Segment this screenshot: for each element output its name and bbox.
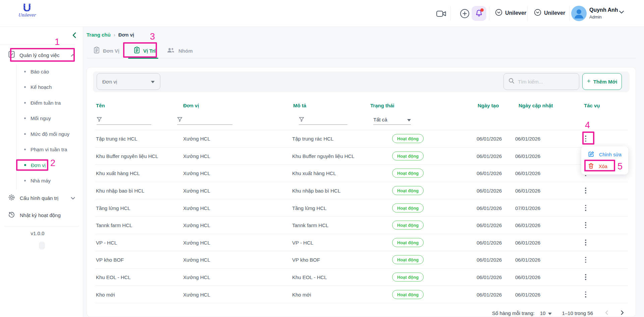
person-icon xyxy=(571,16,587,21)
add-new-button-label: Thêm Mới xyxy=(593,79,618,85)
sidebar-subitem-2[interactable]: Kế hoạch xyxy=(0,80,83,95)
sidebar-subitem-5[interactable]: Mức độ mối nguy xyxy=(0,126,83,142)
previous-page-button[interactable] xyxy=(602,309,612,317)
status-badge: Hoạt động xyxy=(392,273,424,282)
filter-input-ten[interactable] xyxy=(97,117,151,125)
org-selector-1[interactable]: Unilever xyxy=(495,9,526,17)
cell-name: Tannk farm HCL xyxy=(96,222,132,228)
row-actions-kebab-button[interactable] xyxy=(581,134,590,144)
add-new-button[interactable]: + Thêm Mới xyxy=(582,73,622,90)
cell-created: 06/01/2026 xyxy=(477,222,502,228)
sidebar-subitem-1[interactable]: Báo cáo xyxy=(0,64,83,80)
cell-created: 06/01/2026 xyxy=(477,257,502,263)
cell-unit: Xưởng HCL xyxy=(183,136,210,142)
unit-filter-dropdown[interactable]: Đơn vị xyxy=(97,73,160,90)
row-actions-kebab-button[interactable] xyxy=(581,220,590,230)
sidebar-group-work-management[interactable]: Quản lý công việc xyxy=(8,48,75,62)
app-root: U Unilever Unilever Unilever Quynh Anh A… xyxy=(0,0,644,317)
tab-don-vi[interactable]: Đơn Vị xyxy=(93,43,119,58)
cell-description: VP kho BOF xyxy=(292,257,320,263)
sidebar-subitem-3[interactable]: Điểm tuần tra xyxy=(0,95,83,111)
filter-input-mo-ta[interactable] xyxy=(299,117,347,125)
table-body: Tập trung rác HCLXưởng HCLTập trung rác … xyxy=(95,130,628,303)
cell-name: Tập trung rác HCL xyxy=(96,136,137,142)
sidebar-subitem-6[interactable]: Phạm vi tuần tra xyxy=(0,142,83,158)
search-input[interactable] xyxy=(518,79,568,85)
notifications-button[interactable] xyxy=(472,6,486,21)
cell-created: 06/01/2026 xyxy=(477,205,502,211)
column-header-mo-ta: Mô tả xyxy=(293,103,306,108)
sidebar-subitem-8[interactable]: Nhà máy xyxy=(0,173,83,189)
delete-label: Xóa xyxy=(599,164,607,169)
sidebar-item-admin-config[interactable]: Cấu hình quản trị xyxy=(8,191,75,205)
row-actions-kebab-button[interactable] xyxy=(581,203,590,213)
cell-updated: 06/01/2026 xyxy=(515,136,540,142)
table-row-9: Khu EOL - HCLXưởng HCLKhu EOL - HCLHoạt … xyxy=(95,269,628,286)
caret-down-icon xyxy=(151,79,155,84)
status-badge: Hoạt động xyxy=(392,255,424,264)
row-actions-kebab-button[interactable] xyxy=(581,255,590,265)
cell-unit: Xưởng HCL xyxy=(183,292,210,297)
sidebar-subitem-4[interactable]: Mối nguy xyxy=(0,111,83,126)
funnel-icon xyxy=(177,117,182,123)
unilever-logo-caption: Unilever xyxy=(17,13,37,17)
tab-vi-tri[interactable]: Vị Trí xyxy=(133,43,156,58)
scrollbar-thumb xyxy=(39,242,45,250)
circle-chevron-down-icon xyxy=(495,9,502,17)
sidebar-subitem-label: Điểm tuần tra xyxy=(31,100,61,106)
cell-created: 06/01/2026 xyxy=(477,153,502,159)
org-selector-2[interactable]: Unilever xyxy=(534,9,565,17)
chevron-left-icon xyxy=(604,312,610,317)
sidebar-subitem-7[interactable]: Đơn vị xyxy=(0,157,83,173)
sidebar-item-activity-log[interactable]: Nhật ký hoạt động xyxy=(8,208,75,222)
notification-badge-dot xyxy=(480,8,484,12)
funnel-icon xyxy=(299,117,304,123)
cell-created: 06/01/2026 xyxy=(477,292,502,297)
tab-label: Nhóm xyxy=(178,48,193,54)
group-icon xyxy=(167,47,175,54)
avatar[interactable] xyxy=(571,6,587,21)
status-badge: Hoạt động xyxy=(392,221,424,230)
cell-created: 06/01/2026 xyxy=(477,170,502,176)
cell-description: Tannk farm HCL xyxy=(292,222,328,228)
row-actions-kebab-button[interactable] xyxy=(581,289,590,300)
status-filter-value: Tất cả xyxy=(373,117,407,122)
video-button[interactable] xyxy=(436,9,447,19)
breadcrumb-separator: › xyxy=(114,32,115,38)
context-menu-delete[interactable]: Xóa xyxy=(581,160,628,172)
status-filter-select[interactable]: Tất cả xyxy=(373,115,411,125)
breadcrumb-home[interactable]: Trang chủ xyxy=(87,32,111,38)
user-name[interactable]: Quynh Anh xyxy=(589,7,618,13)
user-role: Admin xyxy=(589,14,602,19)
cell-updated: 06/01/2026 xyxy=(515,170,540,176)
context-menu-edit[interactable]: Chỉnh sửa xyxy=(581,149,628,160)
row-actions-kebab-button[interactable] xyxy=(581,272,590,282)
add-circle-button[interactable] xyxy=(460,9,470,19)
table-header: Tên Đơn vị Mô tả Trạng thái Ngày tạo Ngà… xyxy=(95,99,628,130)
divider xyxy=(0,45,75,45)
cell-name: VP - HCL xyxy=(96,240,117,245)
status-badge: Hoạt động xyxy=(392,169,424,178)
gear-icon xyxy=(8,194,15,202)
chevron-left-icon xyxy=(71,35,77,40)
filter-input-don-vi[interactable] xyxy=(177,117,232,125)
rows-per-page-value: 10 xyxy=(540,310,546,316)
row-actions-kebab-button[interactable] xyxy=(581,186,590,196)
pagination: Số hàng mỗi trang: 10 1–10 trong 56 xyxy=(492,306,627,317)
org-selector-1-label: Unilever xyxy=(505,10,526,16)
cell-created: 06/01/2026 xyxy=(477,136,502,142)
rows-per-page-select[interactable]: 10 xyxy=(540,310,552,316)
cell-unit: Xưởng HCL xyxy=(183,153,210,159)
row-actions-kebab-button[interactable] xyxy=(581,237,590,248)
cell-updated: 06/01/2026 xyxy=(515,222,540,228)
search-icon xyxy=(508,78,515,85)
unilever-logo[interactable]: U Unilever xyxy=(17,1,37,17)
sidebar-collapse-button[interactable] xyxy=(71,32,77,40)
next-page-button[interactable] xyxy=(617,309,627,317)
tab-label: Vị Trí xyxy=(143,48,156,54)
table-row-1: Tập trung rác HCLXưởng HCLTập trung rác … xyxy=(95,130,628,148)
cell-unit: Xưởng HCL xyxy=(183,240,210,245)
user-menu-chevron-icon[interactable] xyxy=(619,9,624,15)
tab-nhom[interactable]: Nhóm xyxy=(167,43,193,58)
history-icon xyxy=(8,211,15,219)
